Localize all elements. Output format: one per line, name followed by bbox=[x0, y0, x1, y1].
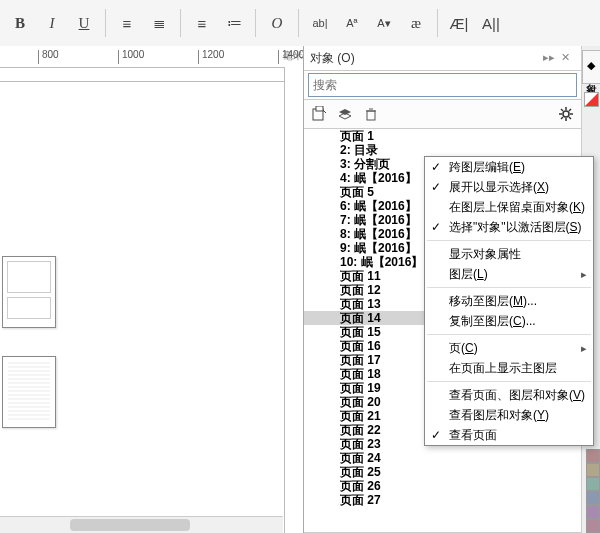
svg-rect-1 bbox=[316, 106, 323, 111]
svg-point-3 bbox=[563, 111, 569, 117]
menu-separator bbox=[427, 287, 591, 288]
menu-item[interactable]: 查看页面、图层和对象(V) bbox=[425, 385, 593, 405]
new-page-icon[interactable] bbox=[310, 105, 328, 123]
separator bbox=[437, 9, 438, 37]
menu-item[interactable]: 在图层上保留桌面对象(K) bbox=[425, 197, 593, 217]
page-list-item[interactable]: 页面 27 bbox=[304, 493, 581, 507]
svg-rect-2 bbox=[367, 111, 375, 120]
docker-collapse-icon[interactable]: ▸▸ bbox=[543, 51, 557, 65]
number-list-button[interactable]: ≔ bbox=[220, 9, 248, 37]
color-swatch[interactable] bbox=[586, 463, 600, 477]
page-list-item[interactable]: 页面 24 bbox=[304, 451, 581, 465]
ruler-tick bbox=[198, 50, 199, 64]
svg-line-9 bbox=[569, 117, 571, 119]
separator bbox=[105, 9, 106, 37]
ruler-tick bbox=[278, 50, 279, 64]
search-input[interactable] bbox=[308, 73, 577, 97]
separator bbox=[298, 9, 299, 37]
bullet-list-button[interactable]: ≡ bbox=[188, 9, 216, 37]
italic-button[interactable]: I bbox=[38, 9, 66, 37]
script-o-button[interactable]: O bbox=[263, 9, 291, 37]
svg-line-11 bbox=[561, 117, 563, 119]
docker-title-bar: 对象 (O) ▸▸ ✕ bbox=[304, 46, 581, 71]
page-list-item[interactable]: 2: 目录 bbox=[304, 143, 581, 157]
ruler-tick-label: 800 bbox=[42, 49, 59, 60]
options-context-menu: 跨图层编辑(E)展开以显示选择(X)在图层上保留桌面对象(K)选择"对象"以激活… bbox=[424, 156, 594, 446]
abc-button[interactable]: ab| bbox=[306, 9, 334, 37]
page-thumbnails bbox=[2, 256, 57, 456]
menu-item[interactable]: 跨图层编辑(E) bbox=[425, 157, 593, 177]
docker-title: 对象 (O) bbox=[310, 50, 355, 67]
document-canvas[interactable]: 毫米 800100012001400 bbox=[0, 46, 303, 533]
svg-line-10 bbox=[569, 109, 571, 111]
indent-button[interactable]: ≣ bbox=[145, 9, 173, 37]
page-list-item[interactable]: 页面 25 bbox=[304, 465, 581, 479]
separator bbox=[180, 9, 181, 37]
ligature-button[interactable]: æ bbox=[402, 9, 430, 37]
page-thumbnail[interactable] bbox=[2, 356, 56, 428]
menu-item[interactable]: 查看页面 bbox=[425, 425, 593, 445]
ruler-subline bbox=[0, 67, 302, 82]
para-spacing-button[interactable]: A|| bbox=[477, 9, 505, 37]
ruler-tick bbox=[118, 50, 119, 64]
menu-item[interactable]: 查看图层和对象(Y) bbox=[425, 405, 593, 425]
color-swatch[interactable] bbox=[586, 477, 600, 491]
menu-item[interactable]: 在页面上显示主图层 bbox=[425, 358, 593, 378]
menu-item[interactable]: 图层(L) bbox=[425, 264, 593, 284]
color-swatch[interactable] bbox=[586, 449, 600, 463]
gear-icon[interactable] bbox=[557, 105, 575, 123]
vertical-ruler bbox=[284, 67, 303, 533]
menu-item[interactable]: 复制至图层(C)... bbox=[425, 311, 593, 331]
color-swatch[interactable] bbox=[586, 519, 600, 533]
text-format-toolbar: B I U ≡ ≣ ≡ ≔ O ab| Aª A▾ æ Æ| A|| bbox=[0, 0, 600, 47]
menu-item[interactable]: 展开以显示选择(X) bbox=[425, 177, 593, 197]
ruler-tick-label: 1000 bbox=[122, 49, 144, 60]
menu-item[interactable]: 显示对象属性 bbox=[425, 244, 593, 264]
objects-tab[interactable]: ◆ 对象 bbox=[582, 50, 601, 84]
layers-icon[interactable] bbox=[336, 105, 354, 123]
docker-close-icon[interactable]: ✕ bbox=[561, 51, 575, 65]
dropcap-button[interactable]: Aª bbox=[338, 9, 366, 37]
menu-item[interactable]: 选择"对象"以激活图层(S) bbox=[425, 217, 593, 237]
menu-item[interactable]: 移动至图层(M)... bbox=[425, 291, 593, 311]
color-palette bbox=[586, 449, 600, 533]
bold-button[interactable]: B bbox=[6, 9, 34, 37]
menu-item[interactable]: 页(C) bbox=[425, 338, 593, 358]
menu-separator bbox=[427, 334, 591, 335]
search-row bbox=[304, 71, 581, 100]
menu-separator bbox=[427, 240, 591, 241]
ruler-tick-label: 1400 bbox=[282, 49, 303, 60]
delete-icon[interactable] bbox=[362, 105, 380, 123]
page-list-item[interactable]: 页面 26 bbox=[304, 479, 581, 493]
scrollbar-thumb[interactable] bbox=[70, 519, 190, 531]
align-button[interactable]: ≡ bbox=[113, 9, 141, 37]
page-list-item[interactable]: 页面 1 bbox=[304, 129, 581, 143]
page-thumbnail[interactable] bbox=[2, 256, 56, 328]
color-swatch[interactable] bbox=[586, 491, 600, 505]
color-swatch-tab[interactable] bbox=[584, 92, 599, 107]
horizontal-scrollbar[interactable] bbox=[0, 516, 283, 533]
menu-separator bbox=[427, 381, 591, 382]
horizontal-ruler: 毫米 800100012001400 bbox=[0, 46, 303, 68]
docker-toolbar bbox=[304, 100, 581, 129]
app-window: B I U ≡ ≣ ≡ ≔ O ab| Aª A▾ æ Æ| A|| 毫米 80… bbox=[0, 0, 600, 533]
ruler-tick bbox=[38, 50, 39, 64]
char-spacing-button[interactable]: Æ| bbox=[445, 9, 473, 37]
svg-line-8 bbox=[561, 109, 563, 111]
ruler-tick-label: 1200 bbox=[202, 49, 224, 60]
text-options-button[interactable]: A▾ bbox=[370, 9, 398, 37]
underline-button[interactable]: U bbox=[70, 9, 98, 37]
color-swatch[interactable] bbox=[586, 505, 600, 519]
separator bbox=[255, 9, 256, 37]
